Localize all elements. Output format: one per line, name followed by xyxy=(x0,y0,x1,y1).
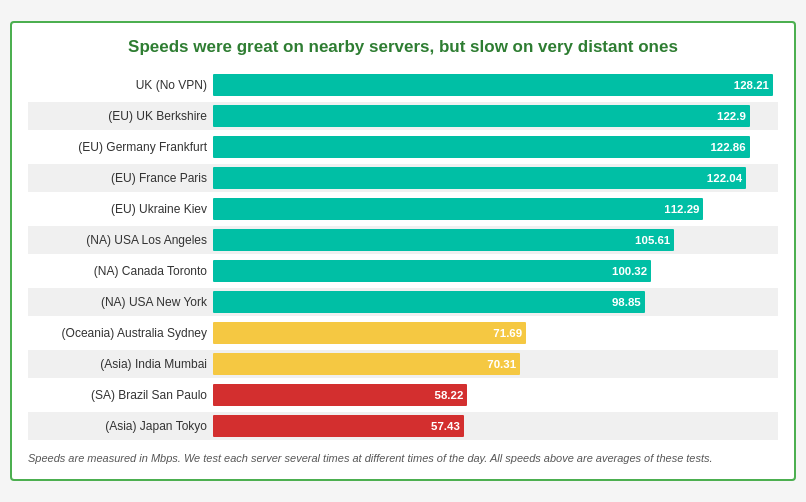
bar-area: 57.43 xyxy=(213,413,778,439)
bar-value: 71.69 xyxy=(493,327,522,339)
bar-value: 122.9 xyxy=(717,110,746,122)
bar-fill: 122.9 xyxy=(213,105,750,127)
bar-area: 100.32 xyxy=(213,258,778,284)
bar-area: 70.31 xyxy=(213,351,778,377)
bar-fill: 128.21 xyxy=(213,74,773,96)
chart-container: Speeds were great on nearby servers, but… xyxy=(10,21,796,481)
bar-fill: 122.04 xyxy=(213,167,746,189)
bar-row: UK (No VPN)128.21 xyxy=(28,71,778,99)
bar-value: 122.86 xyxy=(710,141,745,153)
bar-fill: 57.43 xyxy=(213,415,464,437)
bar-label: (SA) Brazil San Paulo xyxy=(28,388,213,402)
bar-row: (Asia) Japan Tokyo57.43 xyxy=(28,412,778,440)
bar-row: (NA) USA Los Angeles105.61 xyxy=(28,226,778,254)
bar-area: 122.04 xyxy=(213,165,778,191)
bar-label: (EU) UK Berkshire xyxy=(28,109,213,123)
bar-label: (EU) France Paris xyxy=(28,171,213,185)
bar-area: 122.86 xyxy=(213,134,778,160)
bar-value: 105.61 xyxy=(635,234,670,246)
bar-row: (Oceania) Australia Sydney71.69 xyxy=(28,319,778,347)
bar-value: 112.29 xyxy=(664,203,699,215)
bar-row: (Asia) India Mumbai70.31 xyxy=(28,350,778,378)
bar-chart: UK (No VPN)128.21(EU) UK Berkshire122.9(… xyxy=(28,71,778,440)
chart-note: Speeds are measured in Mbps. We test eac… xyxy=(28,450,778,467)
bar-label: (NA) USA Los Angeles xyxy=(28,233,213,247)
bar-row: (EU) France Paris122.04 xyxy=(28,164,778,192)
bar-fill: 122.86 xyxy=(213,136,750,158)
bar-area: 58.22 xyxy=(213,382,778,408)
bar-fill: 98.85 xyxy=(213,291,645,313)
bar-label: (Asia) India Mumbai xyxy=(28,357,213,371)
bar-label: (EU) Germany Frankfurt xyxy=(28,140,213,154)
bar-label: (NA) USA New York xyxy=(28,295,213,309)
bar-row: (NA) Canada Toronto100.32 xyxy=(28,257,778,285)
bar-fill: 58.22 xyxy=(213,384,467,406)
chart-title: Speeds were great on nearby servers, but… xyxy=(28,37,778,57)
bar-row: (EU) UK Berkshire122.9 xyxy=(28,102,778,130)
bar-area: 128.21 xyxy=(213,72,778,98)
bar-value: 128.21 xyxy=(734,79,769,91)
bar-area: 112.29 xyxy=(213,196,778,222)
bar-fill: 71.69 xyxy=(213,322,526,344)
bar-row: (SA) Brazil San Paulo58.22 xyxy=(28,381,778,409)
bar-fill: 70.31 xyxy=(213,353,520,375)
bar-area: 105.61 xyxy=(213,227,778,253)
bar-value: 122.04 xyxy=(707,172,742,184)
bar-value: 57.43 xyxy=(431,420,460,432)
bar-fill: 100.32 xyxy=(213,260,651,282)
bar-area: 122.9 xyxy=(213,103,778,129)
bar-label: (Oceania) Australia Sydney xyxy=(28,326,213,340)
bar-value: 70.31 xyxy=(487,358,516,370)
bar-value: 58.22 xyxy=(435,389,464,401)
bar-fill: 105.61 xyxy=(213,229,674,251)
bar-row: (EU) Germany Frankfurt122.86 xyxy=(28,133,778,161)
bar-label: (Asia) Japan Tokyo xyxy=(28,419,213,433)
bar-value: 100.32 xyxy=(612,265,647,277)
bar-label: (EU) Ukraine Kiev xyxy=(28,202,213,216)
bar-label: (NA) Canada Toronto xyxy=(28,264,213,278)
bar-row: (NA) USA New York98.85 xyxy=(28,288,778,316)
bar-label: UK (No VPN) xyxy=(28,78,213,92)
bar-fill: 112.29 xyxy=(213,198,703,220)
bar-area: 71.69 xyxy=(213,320,778,346)
bar-row: (EU) Ukraine Kiev112.29 xyxy=(28,195,778,223)
bar-area: 98.85 xyxy=(213,289,778,315)
bar-value: 98.85 xyxy=(612,296,641,308)
